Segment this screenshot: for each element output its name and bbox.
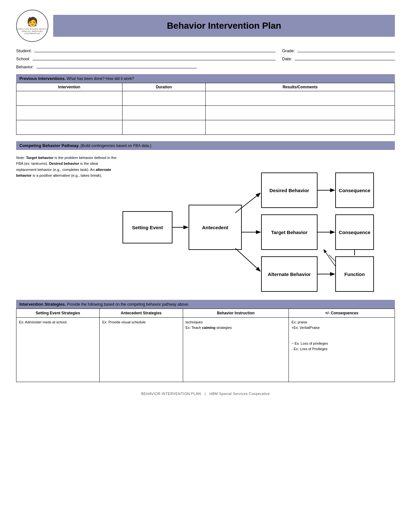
target-behavior-box: Target Behavior (261, 214, 318, 250)
table-row (16, 91, 395, 106)
antecedent-box: Antecedent (189, 205, 242, 250)
behavior-inst-content: techniques Ex: Teach calming strategies (186, 320, 286, 330)
student-field: Student: (16, 48, 276, 53)
logo-text-top: HAMILTON·BOONE·MADIS· (16, 28, 48, 30)
page-header: 🧑 HAMILTON·BOONE·MADIS· Special Services… (16, 10, 395, 42)
th-behavior-instruction: Behavior Instruction (183, 309, 289, 318)
behavior-input[interactable] (36, 64, 197, 68)
th-duration: Duration (122, 83, 205, 91)
function-box: Function (335, 256, 374, 292)
consequences-content: Ex: praise +Ex: VerbalPraise − Ex: Loss … (291, 320, 392, 351)
page-title: Behavior Intervention Plan (60, 21, 388, 31)
setting-event-label: Setting Event (132, 225, 163, 230)
antecedent-strategies-cell: Ex: Provide visual schedule (100, 318, 183, 382)
consequence-top-box: Consequence (335, 172, 374, 208)
antecedent-strat-content: Ex: Provide visual schedule (102, 320, 146, 324)
intervention-cell (16, 106, 122, 120)
consequence-mid-box: Consequence (335, 214, 374, 250)
th-setting-strategies: Setting Event Strategies (16, 309, 100, 318)
consequences-neg1: − Ex: Loss of privileges (291, 341, 328, 345)
school-date-row: School: Date: (16, 56, 395, 61)
footer-right: HBM Special Services Cooperative (210, 392, 270, 396)
footer-left: BEHAVIOR INTERVENTION PLAN (141, 392, 201, 396)
svg-line-9 (329, 255, 335, 261)
behavior-line2: Ex: Teach calming strategies (186, 326, 232, 330)
competing-title-bold: Competing Behavior Pathway. (19, 143, 79, 148)
prev-title-normal: What has been done? How did it work? (66, 76, 134, 81)
competing-pathway-section: Competing Behavior Pathway. (Build conti… (16, 141, 395, 293)
desired-behavior-label: Desired Behavior (269, 188, 309, 193)
antecedent-label: Antecedent (202, 225, 229, 230)
note-prefix: Note: Target behavior is the problem beh… (16, 156, 116, 177)
th-consequences: +/- Consequences (289, 309, 395, 318)
setting-strat-content: Ex: Administer meds at school. (19, 320, 67, 324)
diagram-container: Setting Event Antecedent Desired Behavio… (122, 155, 374, 293)
strategies-table: Setting Event Strategies Antecedent Stra… (16, 309, 395, 382)
student-input[interactable] (34, 48, 276, 52)
consequences-cell: Ex: praise +Ex: VerbalPraise − Ex: Loss … (289, 318, 395, 382)
table-row (16, 106, 395, 120)
grade-input[interactable] (298, 48, 395, 52)
logo: 🧑 HAMILTON·BOONE·MADIS· Special Services… (16, 10, 48, 42)
consequences-neg2: - Ex: Loss of Privileges (291, 347, 328, 351)
intervention-cell (16, 120, 122, 135)
function-label: Function (344, 271, 365, 277)
intervention-cell (16, 91, 122, 106)
strategies-title-bold: Intervention Strategies. (19, 302, 66, 307)
date-input[interactable] (295, 56, 395, 60)
form-fields: Student: Grade: School: Date: Behavior: (16, 48, 395, 69)
duration-cell (122, 106, 205, 120)
competing-content: Note: Target behavior is the problem beh… (16, 155, 395, 293)
results-cell (205, 120, 395, 135)
svg-line-3 (235, 248, 260, 271)
school-input[interactable] (33, 56, 276, 60)
th-results: Results/Comments (205, 83, 395, 91)
date-field: Date: (282, 56, 395, 61)
target-behavior-label: Target Behavior (271, 230, 308, 235)
grade-field: Grade: (282, 48, 395, 53)
behavior-instruction-cell: techniques Ex: Teach calming strategies (183, 318, 289, 382)
school-label: School: (16, 56, 30, 61)
results-cell (205, 91, 395, 106)
alternate-behavior-box: Alternate Behavior (261, 256, 318, 292)
behavior-row: Behavior: (16, 64, 197, 69)
competing-header: Competing Behavior Pathway. (Build conti… (16, 141, 395, 150)
strategies-row: Ex: Administer meds at school. Ex: Provi… (16, 318, 395, 382)
pathway-diagram: Setting Event Antecedent Desired Behavio… (122, 155, 395, 293)
competing-title-normal: (Build contingencies based on FBA data.) (79, 143, 151, 148)
student-label: Student: (16, 48, 32, 53)
prev-interventions-header: Previous Interventions. What has been do… (16, 74, 395, 83)
th-intervention: Intervention (16, 83, 122, 91)
duration-cell (122, 91, 205, 106)
pathway-note: Note: Target behavior is the problem beh… (16, 155, 122, 179)
th-antecedent-strategies: Antecedent Strategies (100, 309, 183, 318)
logo-text-bottom: Special Services Cooperative (16, 30, 48, 35)
results-cell (205, 106, 395, 120)
student-grade-row: Student: Grade: (16, 48, 395, 53)
consequence-top-label: Consequence (339, 188, 370, 193)
strategies-title-normal: Provide the following based on the compe… (66, 302, 189, 307)
setting-event-box: Setting Event (122, 211, 172, 243)
behavior-label: Behavior: (16, 64, 34, 69)
consequences-pos2: +Ex: VerbalPraise (291, 326, 320, 330)
logo-figure: 🧑 (16, 16, 48, 27)
consequence-mid-label: Consequence (339, 230, 370, 235)
grade-label: Grade: (282, 48, 295, 53)
behavior-line1: techniques (186, 320, 203, 324)
desired-behavior-box: Desired Behavior (261, 172, 318, 208)
prev-title-bold: Previous Interventions. (19, 76, 66, 81)
previous-interventions-table: Intervention Duration Results/Comments (16, 83, 395, 135)
date-label: Date: (282, 56, 292, 61)
table-row (16, 120, 395, 135)
footer-divider: | (205, 392, 206, 396)
duration-cell (122, 120, 205, 135)
alternate-behavior-label: Alternate Behavior (268, 271, 311, 277)
setting-strategies-cell: Ex: Administer meds at school. (16, 318, 100, 382)
consequences-pos: Ex: praise (291, 320, 307, 324)
strategies-header: Intervention Strategies. Provide the fol… (16, 300, 395, 309)
title-box: Behavior Intervention Plan (53, 15, 395, 37)
school-field: School: (16, 56, 276, 61)
intervention-strategies-section: Intervention Strategies. Provide the fol… (16, 300, 395, 382)
svg-line-8 (324, 250, 335, 266)
page-footer: BEHAVIOR INTERVENTION PLAN | HBM Special… (16, 392, 395, 396)
